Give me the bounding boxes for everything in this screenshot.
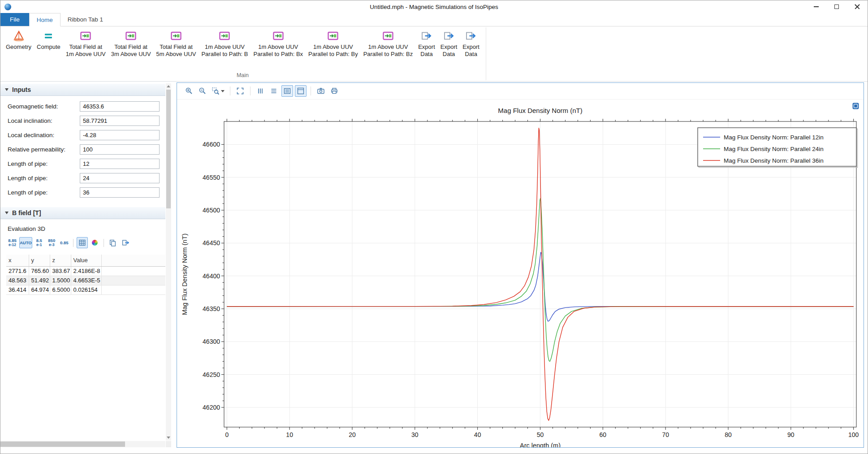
precision-decimal[interactable]: 0.85 [59,237,70,248]
geometry-icon [13,30,25,42]
panel-splitter[interactable] [171,82,177,454]
table-cell: 36.414 [6,285,29,294]
image-snapshot-button[interactable] [315,85,327,97]
ribbon-button-export-data-10[interactable]: Export Data [440,30,458,58]
field-input-1[interactable] [80,116,160,126]
plot-icon [382,30,394,42]
export-table[interactable] [120,237,131,248]
svg-text:50: 50 [537,431,544,438]
field-label: Relative permeability: [8,146,80,153]
table-view[interactable] [77,237,88,248]
ribbon-button-1m-above-uuv-parallel-to-path-by-7[interactable]: 1m Above UUV Parallel to Path: By [308,30,358,58]
inputs-section-header[interactable]: Inputs [0,83,165,96]
export-icon [465,30,477,42]
detach-window-icon[interactable] [852,102,859,110]
copy-table[interactable] [107,237,118,248]
svg-text:30: 30 [411,431,419,438]
field-label: Local inclination: [8,117,80,124]
ribbon-button-compute-1[interactable]: Compute [37,30,60,51]
precision-scientific[interactable]: 8.85e-12 [7,237,18,248]
ribbon-button-geometry-0[interactable]: Geometry [6,30,31,51]
chevron-down-icon [221,90,225,92]
field-input-2[interactable] [80,130,160,140]
ribbon-button-total-field-at-1m-above-uuv-2[interactable]: Total Field at 1m Above UUV [66,30,106,58]
color-view[interactable] [89,237,100,248]
precision-engineering[interactable]: 8.5e-1 [34,237,45,248]
settings-panel-content: Inputs Geomagnetic field:Local inclinati… [0,83,165,441]
plot-svg[interactable]: 0102030405060708090100462004625046300463… [177,99,864,447]
ribbon-tab-file[interactable]: File [0,13,29,26]
ribbon-button-label: Geometry [6,43,31,51]
precision-milli[interactable]: 850e-3 [46,237,57,248]
sidebar-horizontal-scrollbar[interactable] [0,441,165,447]
sidebar-vertical-scrollbar[interactable] [166,83,171,441]
field-input-0[interactable] [80,101,160,112]
graphics-panel: 0102030405060708090100462004625046300463… [177,82,864,448]
svg-text:46550: 46550 [203,174,220,181]
show-legends-button[interactable] [281,85,293,97]
ribbon-button-export-data-11[interactable]: Export Data [462,30,479,58]
maximize-icon [834,4,839,9]
column-header-value: Value [71,255,101,266]
zoom-box-button[interactable] [210,85,226,97]
format-label: AUTO [20,241,32,245]
show-frame-button[interactable] [295,85,307,97]
graphics-toolbar [177,83,864,99]
precision-auto[interactable]: AUTO [19,237,32,248]
ribbon-button-export-data-9[interactable]: Export Data [418,30,435,58]
plot-title: Mag Flux Density Norm (nT) [498,107,582,114]
minimize-button[interactable] [806,0,826,13]
close-button[interactable] [847,0,868,13]
vertical-scroll-thumb[interactable] [166,90,171,208]
zoom-box-icon [212,87,220,95]
maximize-button[interactable] [826,0,847,13]
table-cell: 4.6653E-5 [71,276,101,285]
table-row[interactable]: 36.41464.9746.50000.026154 [6,285,165,294]
app-icon[interactable] [4,4,11,10]
print-icon [330,87,338,95]
separator [230,86,230,95]
ribbon-button-1m-above-uuv-parallel-to-path-bx-6[interactable]: 1m Above UUV Parallel to Path: Bx [254,30,303,58]
x-tick-labels: 0102030405060708090100 [225,431,859,438]
ribbon-button-1m-above-uuv-parallel-to-path-bz-8[interactable]: 1m Above UUV Parallel to Path: Bz [363,30,413,58]
zoom-extents-button[interactable] [234,85,246,97]
plot-canvas[interactable]: 0102030405060708090100462004625046300463… [177,99,864,447]
zoom-out-button[interactable] [197,85,208,97]
window-title: Untitled.mph - Magnetic Simulations of I… [0,4,868,10]
y-axis-settings-button[interactable] [255,85,266,97]
ribbon-tab-ribbon-tab-1[interactable]: Ribbon Tab 1 [60,13,110,26]
field-label: Length of pipe: [8,175,80,182]
scroll-up-icon[interactable] [166,83,171,89]
ribbon-button-total-field-at-3m-above-uuv-3[interactable]: Total Field at 3m Above UUV [111,30,151,58]
compute-icon [42,30,55,42]
table-cell: 0.026154 [71,285,101,294]
ribbon-button-1m-above-uuv-parallel-to-path-b-5[interactable]: 1m Above UUV Parallel to Path: B [201,30,248,58]
separator [73,239,73,247]
ribbon-button-label: 1m Above UUV Parallel to Path: Bz [363,43,413,58]
bfield-section-header[interactable]: B field [T] [0,207,165,219]
app-window: Untitled.mph - Magnetic Simulations of I… [0,0,868,454]
svg-text:20: 20 [349,431,356,438]
table-row[interactable]: 2771.6765.60383.672.4186E-8 [6,266,165,276]
ribbon-tab-home[interactable]: Home [29,13,60,26]
field-input-6[interactable] [80,187,160,198]
field-input-4[interactable] [80,159,160,169]
field-input-5[interactable] [80,173,160,183]
plot-icon [170,30,182,42]
field-row: Length of pipe: [0,156,165,171]
format-bottom-text: e-1 [36,243,42,247]
window-controls [806,0,868,13]
field-input-3[interactable] [80,144,160,155]
table-row[interactable]: 48.56351.4921.50004.6653E-5 [6,276,165,285]
plot-icon [327,30,339,42]
print-button[interactable] [328,85,340,97]
zoom-in-button[interactable] [183,85,195,97]
horizontal-scroll-thumb[interactable] [0,441,125,447]
scroll-down-icon[interactable] [167,437,170,439]
svg-text:46450: 46450 [203,239,220,246]
format-label: 0.85 [60,241,69,245]
x-axis-settings-button[interactable] [268,85,280,97]
ribbon: GeometryComputeTotal Field at 1m Above U… [0,26,868,82]
ribbon-button-total-field-at-5m-above-uuv-4[interactable]: Total Field at 5m Above UUV [156,30,196,58]
settings-panel: Inputs Geomagnetic field:Local inclinati… [0,83,171,447]
